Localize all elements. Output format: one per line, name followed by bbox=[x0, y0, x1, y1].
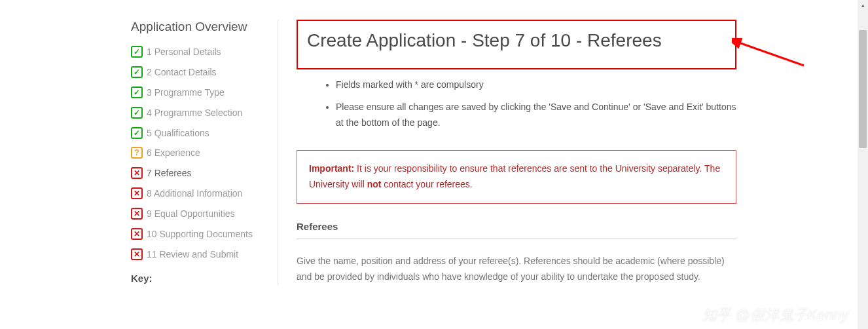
sidebar-step-label: 10 Supporting Documents bbox=[147, 228, 253, 241]
page-title: Create Application - Step 7 of 10 - Refe… bbox=[307, 30, 726, 51]
cross-icon: ✕ bbox=[131, 248, 143, 260]
sidebar-step-experience[interactable]: ? 6 Experience bbox=[131, 147, 264, 159]
application-overview-sidebar: Application Overview ✓ 1 Personal Detail… bbox=[131, 20, 278, 285]
referees-section-text: Give the name, position and address of y… bbox=[297, 254, 736, 285]
cross-icon: ✕ bbox=[131, 228, 143, 240]
sidebar-step-equal-opportunities[interactable]: ✕ 9 Equal Opportunities bbox=[131, 208, 264, 220]
sidebar-step-label: 6 Experience bbox=[147, 147, 200, 159]
important-notice: Important: It is your responsibility to … bbox=[297, 150, 736, 204]
instruction-list: Fields marked with * are compulsory Plea… bbox=[297, 77, 736, 130]
sidebar-step-label: 9 Equal Opportunities bbox=[147, 208, 235, 220]
sidebar-step-programme-selection[interactable]: ✓ 4 Programme Selection bbox=[131, 107, 264, 119]
question-icon: ? bbox=[131, 147, 143, 159]
important-bold: not bbox=[367, 179, 382, 189]
instruction-item: Fields marked with * are compulsory bbox=[336, 77, 736, 93]
sidebar-step-label: 8 Additional Information bbox=[147, 187, 242, 200]
sidebar-step-programme-type[interactable]: ✓ 3 Programme Type bbox=[131, 87, 264, 99]
checkmark-icon: ✓ bbox=[131, 46, 143, 58]
checkmark-icon: ✓ bbox=[131, 66, 143, 78]
instruction-item: Please ensure all changes are saved by c… bbox=[336, 100, 736, 131]
checkmark-icon: ✓ bbox=[131, 87, 143, 98]
cross-icon: ✕ bbox=[131, 167, 143, 179]
cross-icon: ✕ bbox=[131, 187, 143, 199]
sidebar-step-contact-details[interactable]: ✓ 2 Contact Details bbox=[131, 66, 264, 79]
checkmark-icon: ✓ bbox=[131, 127, 143, 139]
main-content: Create Application - Step 7 of 10 - Refe… bbox=[278, 20, 736, 285]
sidebar-step-review-and-submit[interactable]: ✕ 11 Review and Submit bbox=[131, 248, 264, 261]
sidebar-heading: Application Overview bbox=[131, 20, 264, 34]
cross-icon: ✕ bbox=[131, 208, 143, 220]
sidebar-step-label: 3 Programme Type bbox=[147, 87, 225, 99]
scroll-up-button[interactable]: ▴ bbox=[858, 0, 868, 10]
sidebar-step-label: 7 Referees bbox=[147, 167, 191, 180]
sidebar-step-referees[interactable]: ✕ 7 Referees bbox=[131, 167, 264, 180]
watermark: 知乎 @假洋鬼子Kenny bbox=[702, 305, 848, 325]
scrollbar-thumb[interactable] bbox=[859, 30, 867, 148]
step-list: ✓ 1 Personal Details✓ 2 Contact Details✓… bbox=[131, 46, 264, 261]
sidebar-step-label: 11 Review and Submit bbox=[147, 248, 238, 261]
chevron-up-icon: ▴ bbox=[861, 2, 865, 9]
checkmark-icon: ✓ bbox=[131, 107, 143, 119]
sidebar-step-supporting-documents[interactable]: ✕ 10 Supporting Documents bbox=[131, 228, 264, 241]
sidebar-step-qualifications[interactable]: ✓ 5 Qualifications bbox=[131, 127, 264, 140]
sidebar-step-additional-information[interactable]: ✕ 8 Additional Information bbox=[131, 187, 264, 200]
important-label: Important: bbox=[309, 163, 354, 174]
page-title-annotation-box: Create Application - Step 7 of 10 - Refe… bbox=[297, 20, 736, 69]
referees-section-heading: Referees bbox=[297, 221, 736, 239]
sidebar-step-label: 5 Qualifications bbox=[147, 127, 209, 140]
sidebar-step-label: 2 Contact Details bbox=[147, 66, 217, 79]
sidebar-step-label: 4 Programme Selection bbox=[147, 107, 242, 119]
sidebar-step-personal-details[interactable]: ✓ 1 Personal Details bbox=[131, 46, 264, 58]
scrollbar-track[interactable]: ▴ bbox=[858, 0, 868, 329]
important-text: contact your referees. bbox=[381, 179, 472, 189]
key-label: Key: bbox=[131, 273, 264, 284]
sidebar-step-label: 1 Personal Details bbox=[147, 46, 221, 58]
